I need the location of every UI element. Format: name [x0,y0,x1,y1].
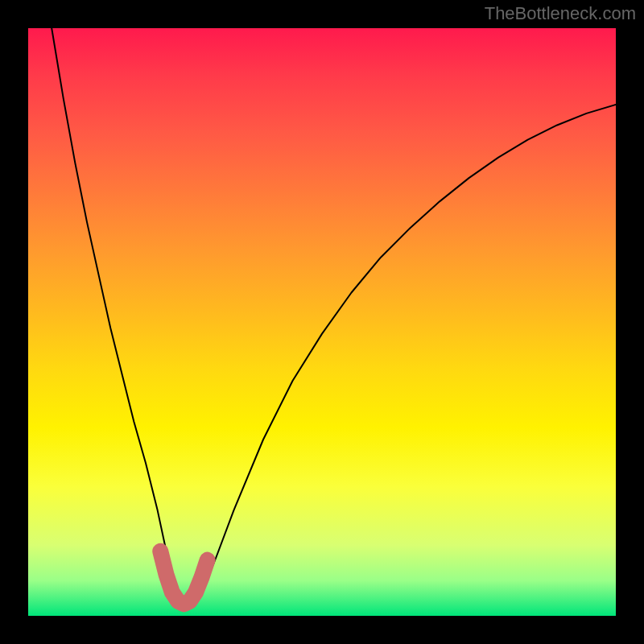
bottleneck-curve [52,28,616,604]
optimal-range-highlight [160,551,207,605]
plot-area [28,28,616,616]
watermark-text: TheBottleneck.com [485,3,636,24]
chart-svg [28,28,616,616]
